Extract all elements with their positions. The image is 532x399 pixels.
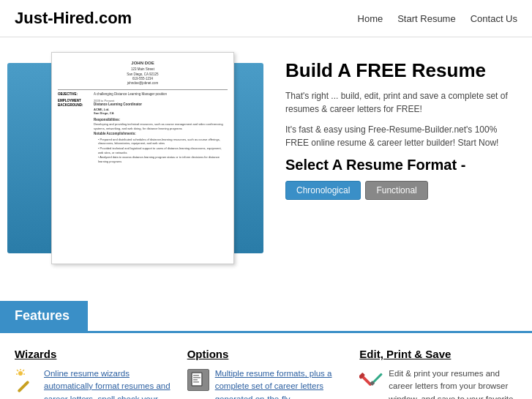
- resume-company: ACME, Ltd.San Diego, CA: [94, 108, 228, 116]
- accomplishment-2: Provided technical and logistical suppor…: [98, 146, 228, 154]
- options-body: Multiple resume formats, plus a complete…: [187, 368, 345, 399]
- feature-options: Options Multiple resume formats, plus a …: [187, 348, 345, 399]
- nav-home[interactable]: Home: [358, 13, 383, 24]
- site-logo: Just-Hired.com: [15, 9, 132, 28]
- wand-icon: [15, 369, 38, 392]
- accomplishments-label: Notable Accomplishments:: [94, 132, 228, 136]
- resume-objective-section: OBJECTIVE: A challenging Distance Learni…: [58, 92, 228, 97]
- svg-point-1: [18, 371, 23, 376]
- main-nav: Home Start Resume Contact Us: [358, 13, 517, 24]
- functional-button[interactable]: Functional: [365, 181, 427, 200]
- features-row: Features Wizards Online resume wizards a…: [0, 294, 532, 399]
- svg-line-3: [23, 370, 24, 371]
- resume-address: 123 Main StreetSan Diego, CA 92125619-55…: [58, 67, 228, 86]
- edit-body: Edit & print your resumes and career let…: [359, 368, 517, 399]
- accomplishment-3: Analyzed data to assess distance-learnin…: [98, 155, 228, 163]
- edit-title: Edit, Print & Save: [359, 348, 451, 360]
- hero-para2: It's fast & easy using Free-Resume-Build…: [285, 123, 517, 149]
- wizards-text: Online resume wizards automatically form…: [44, 368, 173, 399]
- feature-edit: Edit, Print & Save Edit & pri: [359, 348, 517, 399]
- hero-title: Build A FREE Resume: [285, 59, 517, 82]
- chronological-button[interactable]: Chronological: [285, 181, 361, 200]
- hero-right: Build A FREE Resume That's right ... bui…: [285, 52, 517, 200]
- wizards-body: Online resume wizards automatically form…: [15, 368, 173, 399]
- resume-employment-content: 2009 to Present Distance Learning Coordi…: [94, 99, 228, 163]
- header: Just-Hired.com Home Start Resume Contact…: [0, 0, 532, 37]
- resume-employment-label: EMPLOYMENTBACKGROUND:: [58, 99, 91, 163]
- svg-rect-0: [18, 381, 30, 392]
- responsibilities-text: Developing and providing technical resou…: [94, 122, 228, 130]
- wizards-link[interactable]: Online resume wizards automatically form…: [44, 369, 171, 399]
- edit-text: Edit & print your resumes and career let…: [389, 368, 517, 399]
- svg-rect-10: [193, 379, 198, 381]
- resume-name: JOHN DOE: [58, 60, 228, 66]
- svg-rect-8: [193, 375, 199, 376]
- hero-section: JOHN DOE 123 Main StreetSan Diego, CA 92…: [0, 37, 532, 294]
- options-icon: [187, 369, 209, 391]
- nav-start-resume[interactable]: Start Resume: [397, 13, 455, 24]
- features-banner: Features: [0, 301, 88, 331]
- svg-rect-9: [193, 377, 201, 379]
- options-text: Multiple resume formats, plus a complete…: [215, 368, 345, 399]
- resume-preview-area: JOHN DOE 123 Main StreetSan Diego, CA 92…: [7, 52, 271, 279]
- svg-line-2: [17, 370, 18, 371]
- feature-wizards: Wizards Online resume wizards automatica…: [15, 348, 173, 399]
- svg-rect-11: [193, 381, 199, 383]
- options-title: Options: [187, 348, 229, 360]
- tools-icon: [359, 369, 383, 392]
- resume-objective-label: OBJECTIVE:: [58, 92, 91, 97]
- resume-divider: [58, 89, 228, 90]
- features-grid: Wizards Online resume wizards automatica…: [0, 331, 532, 399]
- format-buttons: Chronological Functional: [285, 181, 517, 200]
- options-link[interactable]: Multiple resume formats, plus a complete…: [215, 369, 332, 399]
- resume-paper: JOHN DOE 123 Main StreetSan Diego, CA 92…: [51, 52, 234, 264]
- hero-para1: That's right ... build, edit, print and …: [285, 89, 517, 116]
- wizards-title: Wizards: [15, 348, 56, 360]
- accomplishment-1: Prepared and distributed schedules of di…: [98, 138, 228, 146]
- resume-employment-section: EMPLOYMENTBACKGROUND: 2009 to Present Di…: [58, 99, 228, 163]
- resume-preview-wrapper: JOHN DOE 123 Main StreetSan Diego, CA 92…: [7, 52, 271, 279]
- select-format-label: Select A Resume Format -: [285, 157, 517, 174]
- nav-contact-us[interactable]: Contact Us: [471, 13, 517, 24]
- document-icon: [191, 372, 206, 388]
- resume-objective-text: A challenging Distance Learning Manager …: [94, 92, 228, 97]
